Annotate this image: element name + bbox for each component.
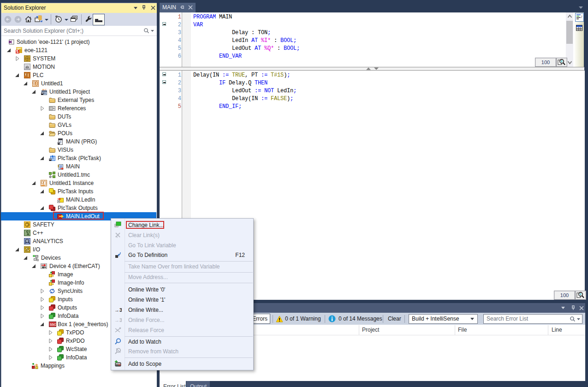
svg-text:→3: →3	[114, 307, 122, 313]
svg-text:SSC: SSC	[50, 323, 56, 326]
svg-text:→3: →3	[114, 317, 122, 323]
